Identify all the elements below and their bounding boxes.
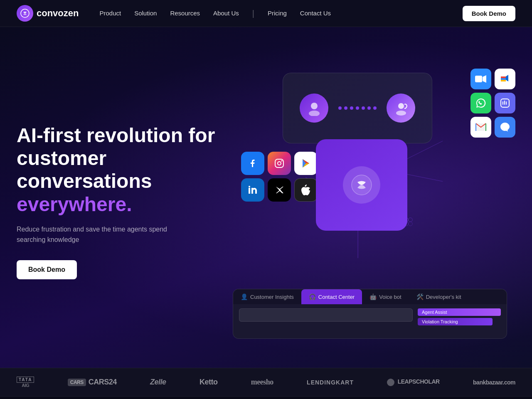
svg-rect-14 bbox=[475, 76, 482, 82]
hero-section: AI-first revolution for customer convers… bbox=[0, 27, 532, 368]
tab-contact-center[interactable]: 🎧 Contact Center bbox=[301, 289, 362, 304]
logo-link[interactable]: convozen bbox=[17, 5, 79, 22]
nav-resources[interactable]: Resources bbox=[170, 10, 200, 17]
google-play-icon bbox=[294, 152, 318, 175]
social-icons-grid bbox=[241, 152, 318, 202]
avatar-dots bbox=[338, 106, 377, 110]
hero-cta-button[interactable]: Book Demo bbox=[17, 260, 77, 279]
hero-title-highlight: everywhere. bbox=[17, 193, 132, 215]
brand-zelle-text: Zelle bbox=[150, 378, 166, 386]
brand-lendingkart: LENDINGKART bbox=[307, 379, 354, 386]
svg-point-7 bbox=[409, 218, 413, 222]
nav-links: Product Solution Resources About Us | Pr… bbox=[99, 9, 462, 18]
brand-leapscholar: LEAPSCHOLAR bbox=[387, 378, 439, 386]
brand-cars24: CARS CARS24 bbox=[68, 378, 117, 387]
dashboard-card: 👤 Customer Insights 🎧 Contact Center 🤖 V… bbox=[233, 289, 507, 339]
intercom-icon bbox=[495, 93, 515, 113]
nav-divider: | bbox=[252, 9, 254, 18]
messages-icon bbox=[495, 117, 515, 138]
bottom-section: Leave no conversation unnoticed bbox=[0, 397, 532, 399]
tab-customer-insights-label: Customer Insights bbox=[250, 294, 294, 300]
instagram-icon bbox=[268, 152, 291, 175]
whatsapp-icon bbox=[470, 93, 491, 113]
logo-text: convozen bbox=[37, 8, 79, 19]
brand-leapscholar-text: LEAPSCHOLAR bbox=[398, 378, 440, 385]
dashboard-content: Agent Assist Violation Tracking bbox=[233, 304, 507, 330]
twitter-icon bbox=[268, 178, 291, 202]
dashboard-tabs: 👤 Customer Insights 🎧 Contact Center 🤖 V… bbox=[233, 289, 507, 304]
avatar-right bbox=[387, 94, 415, 123]
nav-product[interactable]: Product bbox=[99, 10, 121, 17]
nav-solution[interactable]: Solution bbox=[134, 10, 157, 17]
avatar-left bbox=[300, 94, 328, 123]
brand-tata: TATA AIG bbox=[17, 377, 34, 388]
svg-point-9 bbox=[409, 222, 413, 226]
linkedin-icon bbox=[241, 178, 264, 202]
hero-title-line1: AI-first revolution for bbox=[17, 124, 215, 146]
svg-point-22 bbox=[281, 160, 283, 162]
center-logo-card bbox=[316, 139, 407, 231]
tab-voice-bot-label: Voice bot bbox=[379, 294, 401, 300]
tab-developer-kit-icon: 🛠️ bbox=[416, 293, 424, 300]
gmail-icon bbox=[470, 117, 491, 138]
nav-contact[interactable]: Contact Us bbox=[300, 10, 331, 17]
svg-marker-15 bbox=[483, 75, 486, 83]
hero-left: AI-first revolution for customer convers… bbox=[17, 124, 216, 279]
tab-voice-bot-icon: 🤖 bbox=[369, 293, 377, 300]
navbar: convozen Product Solution Resources Abou… bbox=[0, 0, 532, 27]
center-logo bbox=[343, 166, 380, 204]
nav-pricing[interactable]: Pricing bbox=[268, 10, 287, 17]
svg-point-10 bbox=[311, 103, 318, 109]
svg-line-3 bbox=[402, 173, 443, 181]
agent-assist-pill: Agent Assist bbox=[418, 308, 501, 316]
svg-line-2 bbox=[402, 141, 443, 161]
tab-contact-center-icon: 🎧 bbox=[309, 293, 316, 300]
tab-contact-center-label: Contact Center bbox=[318, 294, 355, 300]
tab-developer-kit-label: Developer's kit bbox=[426, 294, 461, 300]
tab-developer-kit[interactable]: 🛠️ Developer's kit bbox=[409, 289, 469, 304]
brand-tata-text: TATA bbox=[17, 377, 34, 383]
svg-point-11 bbox=[309, 111, 320, 116]
hero-title: AI-first revolution for customer convers… bbox=[17, 124, 216, 216]
violation-tracking-pill: Violation Tracking bbox=[418, 318, 493, 325]
app-icons-row-2 bbox=[470, 93, 515, 113]
logo-icon bbox=[17, 5, 33, 22]
tab-customer-insights[interactable]: 👤 Customer Insights bbox=[233, 289, 301, 304]
app-icons-panel bbox=[470, 69, 515, 138]
brand-meesho-text: meesho bbox=[251, 378, 273, 386]
nav-about[interactable]: About Us bbox=[213, 10, 239, 17]
brand-lendingkart-text: LENDINGKART bbox=[307, 379, 354, 386]
brand-bankbazaar: bankbazaar.com bbox=[473, 379, 515, 386]
apple-store-icon bbox=[294, 178, 318, 202]
brand-bankbazaar-text: bankbazaar.com bbox=[473, 379, 515, 386]
dashboard-search-bar[interactable] bbox=[239, 308, 413, 322]
hero-title-line2: customer conversations bbox=[17, 147, 152, 192]
hero-illustration: 👤 Customer Insights 🎧 Contact Center 🤖 V… bbox=[233, 56, 515, 347]
brands-bar: TATA AIG CARS CARS24 Zelle Ketto meesho … bbox=[0, 368, 532, 397]
brand-zelle: Zelle bbox=[150, 378, 166, 387]
dashboard-pills: Agent Assist Violation Tracking bbox=[418, 308, 501, 325]
brand-ketto: Ketto bbox=[200, 378, 218, 387]
gmeet-icon bbox=[495, 69, 515, 89]
facebook-icon bbox=[241, 152, 264, 175]
zoom-icon bbox=[470, 69, 491, 89]
app-icons-row-1 bbox=[470, 69, 515, 89]
svg-point-12 bbox=[398, 103, 404, 109]
tab-customer-insights-icon: 👤 bbox=[241, 293, 248, 300]
nav-book-demo-button[interactable]: Book Demo bbox=[463, 6, 515, 21]
tab-voice-bot[interactable]: 🤖 Voice bot bbox=[362, 289, 409, 304]
hero-subtitle: Reduce frustration and save the time age… bbox=[17, 224, 183, 245]
svg-point-21 bbox=[278, 162, 281, 165]
avatars-card bbox=[283, 73, 432, 143]
brand-ketto-text: Ketto bbox=[200, 378, 218, 386]
svg-point-13 bbox=[396, 111, 406, 116]
brand-meesho: meesho bbox=[251, 378, 273, 387]
svg-point-28 bbox=[249, 186, 250, 187]
svg-rect-27 bbox=[249, 188, 250, 194]
app-icons-row-3 bbox=[470, 117, 515, 138]
